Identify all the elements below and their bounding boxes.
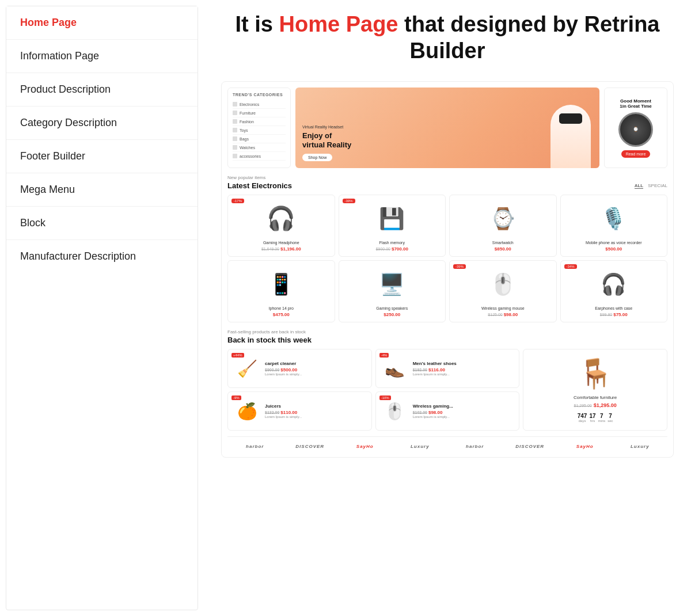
product-name: Wireless gaming mouse <box>454 306 552 310</box>
product-image: 📱 <box>233 265 330 303</box>
product-image: 💾 <box>344 200 441 237</box>
hero-person <box>548 99 594 168</box>
sidebar-item-category-description[interactable]: Category Description <box>6 107 198 140</box>
sidebar-item-information-page[interactable]: Information Page <box>6 40 198 73</box>
brand-sayho-1: SayHo <box>337 442 393 451</box>
featured-furniture-card: 🪑 Comfortable furniture $1,295.00$1,295.… <box>523 349 667 431</box>
sidebar-item-mega-menu[interactable]: Mega Menu <box>6 173 198 207</box>
carpet-icon: 🧹 <box>233 354 261 383</box>
brand-row: harbor DISCOVER SayHo Luxury harbor DISC… <box>227 436 667 451</box>
hero-section: TREND'S CATEGORIES Electronics Furniture… <box>227 88 667 168</box>
mouse-icon: 🖱️ <box>490 272 516 296</box>
product-card-headphone: -17% 🎧 Gaming Headphone $1,649.00$1,196.… <box>227 195 335 257</box>
tab-special[interactable]: SPECIAL <box>648 183 667 189</box>
countdown-sec: 7 sec <box>608 413 613 423</box>
back-item-juicer: -9% 🍊 Juicers $132.00$110.00 Lorem Ipsum… <box>227 391 372 431</box>
product-price: $250.00 <box>344 312 441 317</box>
old-price: $99.80 <box>600 313 612 317</box>
old-price: $192.00 <box>413 368 427 372</box>
brand-harbor-1: harbor <box>227 442 283 451</box>
read-more-button[interactable]: Read more <box>621 150 651 158</box>
featured-old-price: $1,295.00 <box>574 404 592 408</box>
product-name: Earphones with case <box>565 306 663 310</box>
brand-harbor-2: harbor <box>447 442 503 451</box>
section-subtitle: New popular items <box>227 175 667 180</box>
cat-item-electronics: Electronics <box>233 100 286 109</box>
accessories-icon <box>233 154 237 158</box>
item-price: $102.00$98.00 <box>413 410 515 415</box>
badge: -10% <box>379 396 391 400</box>
vr-headset-icon <box>559 113 582 124</box>
old-price: $132.00 <box>265 410 279 415</box>
product-grid: -17% 🎧 Gaming Headphone $1,649.00$1,196.… <box>227 195 667 322</box>
brand-discover-2: DISCOVER <box>503 442 558 451</box>
product-image: ⌚ <box>454 200 552 237</box>
speaker-icon: 🖥️ <box>379 272 405 296</box>
badge: -9% <box>231 396 241 400</box>
old-price: $102.00 <box>413 410 427 415</box>
product-price: $850.00 <box>454 246 552 252</box>
mic-icon: 🎙️ <box>601 207 627 231</box>
hero-banner: Virtual Reality Headset Enjoy ofvirtual … <box>295 88 599 168</box>
product-card-earphones: -34% 🎧 Earphones with case $99.80$75.00 <box>560 260 668 322</box>
toys-icon <box>233 128 237 132</box>
countdown-label: hrs <box>589 419 595 423</box>
countdown-label: sec <box>608 419 613 423</box>
latest-electronics-section: New popular items Latest Electronics ALL… <box>227 175 667 322</box>
sidebar-item-manufacturer-description[interactable]: Manufacturer Description <box>6 240 198 273</box>
categories-title: TREND'S CATEGORIES <box>233 93 286 97</box>
badge: +44% <box>231 353 244 358</box>
countdown-days: 747 days <box>578 413 587 423</box>
product-price: $125.00$98.00 <box>454 312 552 317</box>
product-card-mouse: -39% 🖱️ Wireless gaming mouse $125.00$98… <box>449 260 557 322</box>
product-badge: -34% <box>564 264 577 269</box>
product-card-speakers: 🖥️ Gaming speakers $250.00 <box>339 260 446 322</box>
sidebar-item-footer-builder[interactable]: Footer Builder <box>6 140 198 173</box>
usb-icon: 💾 <box>379 207 405 231</box>
product-price: $99.80$75.00 <box>565 312 663 317</box>
countdown-num: 7 <box>598 413 606 419</box>
electronics-icon <box>233 102 237 107</box>
chair-icon: 🪑 <box>578 357 613 390</box>
back-item-carpet: +44% 🧹 carpet cleaner $900.00$500.00 Lor… <box>227 349 372 388</box>
watches-icon <box>233 145 237 150</box>
product-image: 🎧 <box>565 265 663 303</box>
countdown-label: mins <box>598 419 606 423</box>
phone-icon: 📱 <box>268 272 294 296</box>
section-title-row: Latest Electronics ALL SPECIAL <box>227 181 667 190</box>
product-badge: -39% <box>343 199 355 203</box>
countdown-hrs: 17 hrs <box>589 413 595 423</box>
brand-discover-1: DISCOVER <box>283 442 338 451</box>
item-name: carpet cleaner <box>265 361 367 366</box>
wireless-mouse-icon: 🖱️ <box>381 397 409 425</box>
product-price: $1,649.00$1,196.00 <box>233 246 330 252</box>
product-card-iphone: 📱 Iphone 14 pro $475.00 <box>227 260 335 322</box>
brand-luxury-2: Luxury <box>613 442 668 451</box>
old-price: $125.00 <box>488 313 502 317</box>
product-card-flash: -39% 💾 Flash memory $900.00$700.00 <box>339 195 446 257</box>
cat-item-watches: Watches <box>233 143 286 152</box>
product-name: Flash memory <box>344 241 441 245</box>
countdown-label: days <box>578 419 587 423</box>
watch-panel: Good Moment1in Great Time ⌚ Read more <box>604 88 667 168</box>
product-image: 🎙️ <box>565 200 663 237</box>
tab-all[interactable]: ALL <box>635 183 644 189</box>
back-col-1: +44% 🧹 carpet cleaner $900.00$500.00 Lor… <box>227 349 372 431</box>
person-silhouette <box>550 105 591 168</box>
preview-container: TREND'S CATEGORIES Electronics Furniture… <box>221 81 674 458</box>
item-price: $900.00$500.00 <box>265 367 367 372</box>
bags-icon <box>233 136 237 141</box>
back-grid: +44% 🧹 carpet cleaner $900.00$500.00 Lor… <box>227 349 667 431</box>
shop-now-button[interactable]: Shop Now <box>302 154 332 161</box>
earphones-icon: 🎧 <box>601 272 627 296</box>
featured-name: Comfortable furniture <box>574 395 617 400</box>
main-heading: It is Home Page that designed by Retrina… <box>221 12 674 64</box>
sidebar-item-home-page[interactable]: Home Page <box>6 6 198 40</box>
product-card-smartwatch: ⌚ Smartwatch $850.00 <box>449 195 557 257</box>
product-image: 🎧 <box>233 200 330 237</box>
product-name: Iphone 14 pro <box>233 306 330 310</box>
sidebar-item-product-description[interactable]: Product Description <box>6 73 198 107</box>
section-tabs: ALL SPECIAL <box>635 183 667 189</box>
product-badge: -17% <box>231 199 244 203</box>
sidebar-item-block[interactable]: Block <box>6 207 198 240</box>
